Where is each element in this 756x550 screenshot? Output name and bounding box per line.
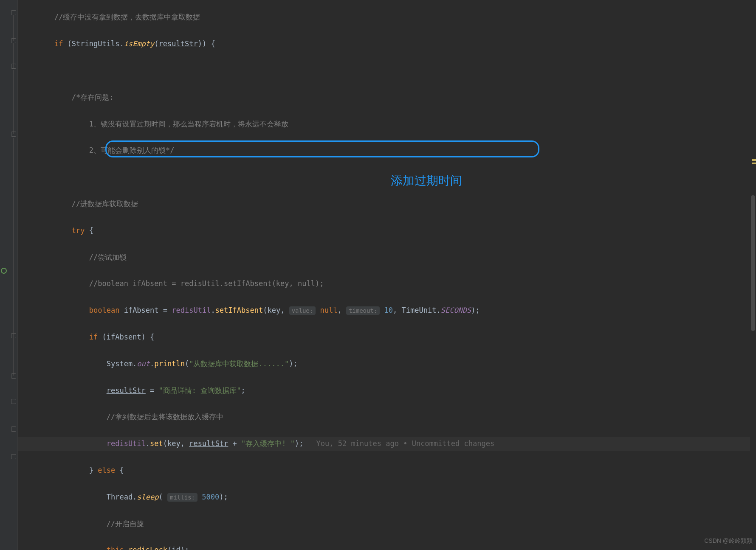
fold-marker[interactable]: [11, 10, 16, 15]
code-line: if (ifAbsent) {: [18, 331, 756, 344]
code-line: [18, 64, 756, 77]
code-line: 1、锁没有设置过期时间，那么当程序宕机时，将永远不会释放: [18, 118, 756, 131]
code-line-current: redisUtil.set(key, resultStr + "存入缓存中! "…: [18, 437, 756, 450]
fold-marker[interactable]: [11, 132, 16, 137]
fold-marker[interactable]: [11, 399, 16, 404]
code-line: if (StringUtils.isEmpty(resultStr)) {: [18, 37, 756, 51]
code-line: //开启自旋: [18, 517, 756, 530]
code-line: //尝试加锁: [18, 251, 756, 264]
warning-stripe[interactable]: [752, 163, 756, 164]
code-line: //boolean ifAbsent = redisUtil.setIfAbse…: [18, 277, 756, 290]
code-line: //缓存中没有拿到数据，去数据库中拿取数据: [18, 11, 756, 24]
code-line: System.out.println("从数据库中获取数据......");: [18, 357, 756, 370]
editor-gutter: [0, 0, 18, 550]
fold-marker[interactable]: [11, 427, 16, 432]
code-line: /*存在问题:: [18, 91, 756, 104]
fold-marker[interactable]: [11, 373, 16, 379]
csdn-watermark: CSDN @岭岭颍颍: [704, 534, 753, 547]
code-line: } else {: [18, 464, 756, 477]
warning-stripe[interactable]: [752, 159, 756, 161]
code-line: [18, 171, 756, 184]
code-line: //拿到数据后去将该数据放入缓存中: [18, 410, 756, 424]
code-line: Thread.sleep( millis: 5000);: [18, 491, 756, 504]
fold-marker[interactable]: [11, 64, 16, 69]
parameter-hint: millis:: [167, 493, 197, 502]
git-blame-inline: You, 52 minutes ago • Uncommitted change…: [316, 439, 495, 448]
scrollbar-thumb[interactable]: [751, 195, 755, 331]
code-line: 2、可能会删除别人的锁*/: [18, 144, 756, 157]
parameter-hint: value:: [289, 306, 316, 315]
fold-marker[interactable]: [11, 333, 16, 338]
code-line: boolean ifAbsent = redisUtil.setIfAbsent…: [18, 304, 756, 317]
fold-marker[interactable]: [11, 38, 16, 43]
code-line: resultStr = "商品详情: 查询数据库";: [18, 384, 756, 397]
run-gutter-icon[interactable]: [1, 268, 7, 274]
code-line: this.redisLock(id);: [18, 544, 756, 550]
annotation-label: 添加过期时间: [391, 174, 462, 187]
vertical-scrollbar[interactable]: [750, 0, 756, 550]
code-editor[interactable]: //缓存中没有拿到数据，去数据库中拿取数据 if (StringUtils.is…: [18, 0, 756, 547]
code-line: //进数据库获取数据: [18, 197, 756, 210]
parameter-hint: timeout:: [346, 306, 380, 315]
code-line: try {: [18, 224, 756, 237]
fold-marker[interactable]: [11, 454, 16, 459]
